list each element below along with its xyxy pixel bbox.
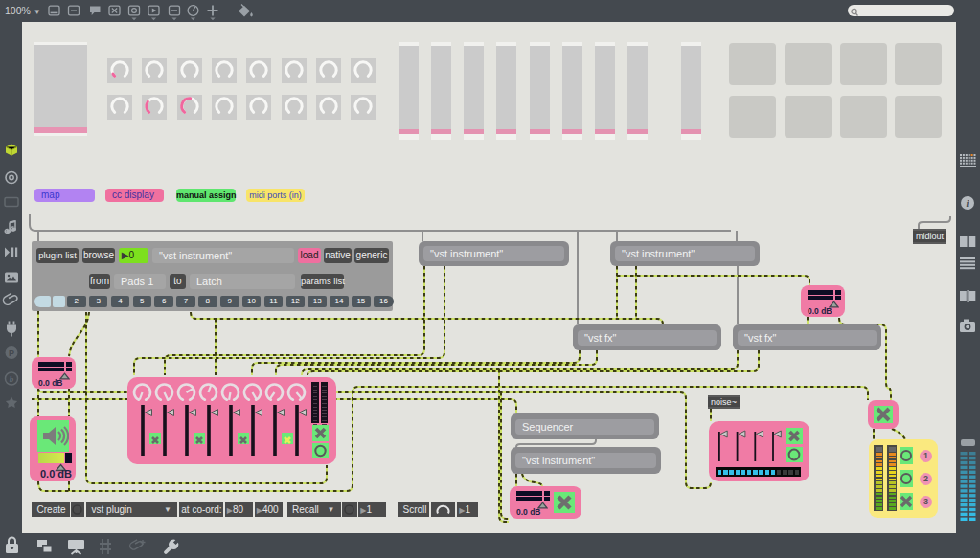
svg-text:P: P	[9, 348, 14, 358]
svg-text:b: b	[10, 374, 14, 384]
svg-text:i: i	[967, 198, 969, 209]
